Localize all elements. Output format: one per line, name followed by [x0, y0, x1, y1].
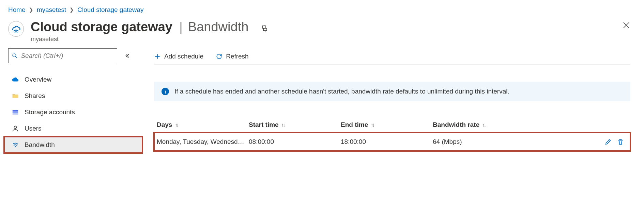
sidebar-item-overview[interactable]: Overview [8, 71, 144, 88]
sidebar: Overview Shares Storage accounts Users [8, 48, 144, 153]
column-header-days[interactable]: Days ↑↓ [157, 121, 249, 129]
sidebar-item-bandwidth[interactable]: Bandwidth [4, 137, 142, 153]
svg-rect-0 [262, 26, 266, 28]
storage-icon [12, 108, 19, 116]
cell-start-time: 08:00:00 [249, 138, 341, 146]
command-label: Add schedule [164, 53, 203, 60]
resource-type-icon [8, 21, 24, 37]
breadcrumb-link-service[interactable]: Cloud storage gateway [77, 6, 143, 14]
breadcrumb-link-resource[interactable]: myasetest [37, 6, 66, 14]
svg-rect-1 [263, 28, 267, 31]
plus-icon [154, 53, 161, 60]
column-label: Days [157, 121, 172, 129]
sort-icon: ↑↓ [175, 122, 178, 128]
column-label: Bandwidth rate [433, 121, 479, 129]
title-separator: | [179, 20, 183, 34]
add-schedule-button[interactable]: Add schedule [154, 53, 203, 60]
delete-row-button[interactable] [617, 138, 624, 146]
cloud-icon [12, 76, 19, 83]
user-icon [12, 125, 19, 132]
refresh-icon [216, 53, 223, 60]
pin-button[interactable] [261, 25, 269, 33]
column-label: Start time [249, 121, 279, 129]
info-icon: i [162, 88, 169, 95]
sort-icon: ↑↓ [281, 122, 285, 128]
trash-icon [617, 138, 624, 146]
sidebar-item-label: Shares [25, 92, 45, 100]
close-button[interactable] [622, 21, 630, 29]
sidebar-item-users[interactable]: Users [8, 120, 144, 137]
svg-point-12 [15, 146, 16, 147]
sidebar-item-label: Users [25, 125, 42, 132]
search-icon [12, 53, 17, 59]
edit-row-button[interactable] [604, 138, 612, 146]
navigation-search[interactable] [8, 48, 117, 63]
wifi-icon [12, 141, 19, 149]
svg-point-6 [13, 54, 16, 57]
chevron-right-icon: ❯ [70, 7, 74, 13]
sidebar-item-label: Storage accounts [25, 108, 75, 116]
breadcrumb-link-home[interactable]: Home [8, 6, 26, 14]
command-bar: Add schedule Refresh [154, 48, 630, 65]
command-label: Refresh [226, 53, 249, 60]
page-subtitle: myasetest [31, 36, 269, 43]
schedules-table: Days ↑↓ Start time ↑↓ End time ↑↓ Bandwi… [154, 117, 630, 151]
table-header-row: Days ↑↓ Start time ↑↓ End time ↑↓ Bandwi… [154, 117, 630, 133]
breadcrumb: Home ❯ myasetest ❯ Cloud storage gateway [0, 0, 644, 16]
info-banner: i If a schedule has ended and another sc… [154, 82, 630, 101]
sidebar-nav: Overview Shares Storage accounts Users [8, 71, 144, 153]
sort-icon: ↑↓ [482, 122, 485, 128]
svg-line-7 [15, 56, 17, 58]
collapse-sidebar-button[interactable] [124, 53, 130, 59]
folder-icon [12, 92, 19, 100]
column-label: End time [341, 121, 368, 129]
sidebar-item-label: Overview [25, 76, 51, 83]
page-header: Cloud storage gateway | Bandwidth myaset… [0, 16, 644, 44]
column-header-bandwidth-rate[interactable]: Bandwidth rate ↑↓ [433, 121, 590, 129]
sidebar-item-shares[interactable]: Shares [8, 88, 144, 104]
search-input[interactable] [21, 52, 113, 60]
page-section-title: Bandwidth [188, 20, 248, 34]
pencil-icon [604, 138, 612, 146]
svg-rect-8 [13, 110, 18, 112]
cell-days: Monday, Tuesday, Wednesd… [157, 138, 249, 146]
content-area: Add schedule Refresh i If a schedule has… [144, 48, 644, 153]
info-text: If a schedule has ended and another sche… [174, 88, 509, 95]
refresh-button[interactable]: Refresh [216, 53, 249, 60]
page-title: Cloud storage gateway [31, 20, 172, 34]
svg-rect-9 [13, 112, 18, 114]
column-header-start-time[interactable]: Start time ↑↓ [249, 121, 341, 129]
column-header-end-time[interactable]: End time ↑↓ [341, 121, 433, 129]
svg-rect-10 [13, 114, 18, 115]
cell-end-time: 18:00:00 [341, 138, 433, 146]
sort-icon: ↑↓ [371, 122, 374, 128]
sidebar-item-storage-accounts[interactable]: Storage accounts [8, 104, 144, 120]
chevron-right-icon: ❯ [29, 7, 33, 13]
table-row[interactable]: Monday, Tuesday, Wednesd… 08:00:00 18:00… [154, 133, 630, 151]
svg-point-11 [14, 126, 16, 129]
cell-bandwidth-rate: 64 (Mbps) [433, 138, 590, 146]
sidebar-item-label: Bandwidth [25, 141, 55, 149]
